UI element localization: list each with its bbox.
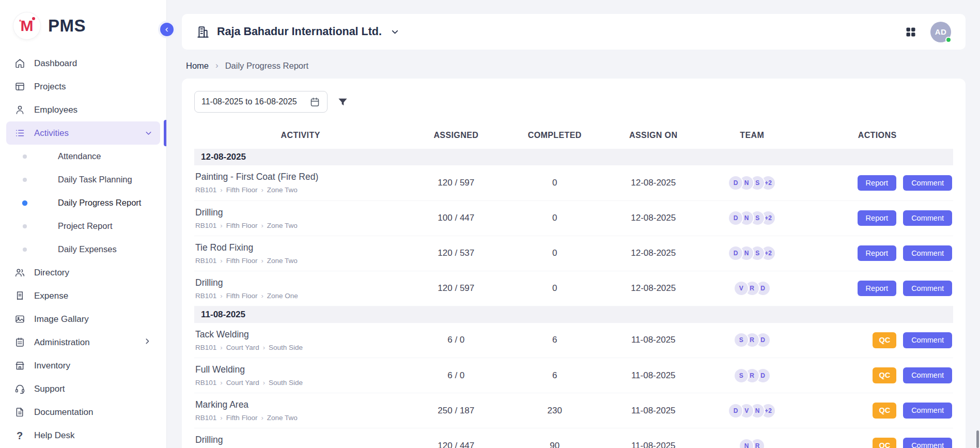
helpdesk-icon: ? bbox=[13, 429, 26, 442]
bullet-dot-icon bbox=[23, 155, 27, 159]
vertical-scrollbar-thumb[interactable] bbox=[976, 430, 979, 448]
activity-location-path: RB101›Fifth Floor›Zone Two bbox=[195, 222, 402, 229]
sidebar-item-label: Directory bbox=[34, 268, 153, 278]
report-button[interactable]: Report bbox=[858, 245, 897, 261]
chevron-right-icon: › bbox=[261, 292, 263, 300]
location-segment: RB101 bbox=[195, 222, 216, 229]
column-header-actions: ACTIONS bbox=[801, 123, 953, 149]
sidebar-subitem-attendance[interactable]: Attendance bbox=[0, 145, 166, 168]
location-segment: Zone Two bbox=[267, 414, 298, 422]
sidebar-subitem-daily-task-planning[interactable]: Daily Task Planning bbox=[0, 168, 166, 191]
team-avatars: NR bbox=[739, 438, 765, 448]
comment-button[interactable]: Comment bbox=[903, 367, 952, 383]
logo-link[interactable]: M PMS bbox=[0, 0, 166, 52]
top-header: Raja Bahadur International Ltd. AD bbox=[182, 14, 966, 50]
chevron-right-icon: › bbox=[261, 414, 263, 422]
sidebar-item-label: Image Gallary bbox=[34, 314, 153, 325]
sidebar-item-projects[interactable]: Projects bbox=[0, 75, 166, 98]
gallery-icon bbox=[13, 313, 26, 326]
sidebar-item-administration[interactable]: Administration bbox=[0, 331, 166, 354]
date-range-input[interactable]: 11-08-2025 to 16-08-2025 bbox=[194, 91, 328, 113]
comment-button[interactable]: Comment bbox=[903, 403, 952, 419]
sidebar-subitem-project-report[interactable]: Project Report bbox=[0, 214, 166, 238]
location-segment: Zone Two bbox=[267, 186, 298, 194]
chevron-right-icon bbox=[144, 338, 153, 347]
completed-value: 230 bbox=[505, 393, 604, 428]
qc-button[interactable]: QC bbox=[873, 403, 896, 419]
chevron-right-icon: › bbox=[261, 222, 263, 229]
sidebar-item-employees[interactable]: Employees bbox=[0, 98, 166, 121]
row-actions: QCComment bbox=[801, 367, 952, 383]
sidebar-subitem-label: Daily Progress Report bbox=[58, 198, 141, 208]
table-body: 12-08-2025Painting - First Coat (Fire Re… bbox=[194, 149, 953, 448]
online-status-dot bbox=[945, 37, 952, 43]
sidebar-subitem-daily-progress-report[interactable]: Daily Progress Report bbox=[0, 191, 166, 214]
comment-button[interactable]: Comment bbox=[903, 438, 952, 448]
comment-button[interactable]: Comment bbox=[903, 245, 952, 261]
report-button[interactable]: Report bbox=[858, 210, 897, 226]
column-header-assigned: ASSIGNED bbox=[407, 123, 505, 149]
activity-row: Full WeldingRB101›Court Yard›South Side6… bbox=[194, 358, 953, 393]
breadcrumb-home[interactable]: Home bbox=[186, 61, 209, 71]
sidebar-item-image-gallary[interactable]: Image Gallary bbox=[0, 307, 166, 331]
sidebar-item-directory[interactable]: Directory bbox=[0, 261, 166, 284]
location-segment: Zone Two bbox=[267, 222, 298, 229]
qc-button[interactable]: QC bbox=[873, 367, 896, 383]
location-segment: RB101 bbox=[195, 257, 216, 265]
company-selector[interactable]: Raja Bahadur International Ltd. bbox=[196, 25, 400, 39]
completed-value: 90 bbox=[505, 428, 604, 448]
date-range-value: 11-08-2025 to 16-08-2025 bbox=[201, 97, 297, 106]
completed-value: 0 bbox=[505, 271, 604, 306]
date-group-label: 12-08-2025 bbox=[194, 149, 953, 165]
date-group-row: 11-08-2025 bbox=[194, 306, 953, 323]
activity-location-path: RB101›Fifth Floor›Zone Two bbox=[195, 257, 402, 265]
sidebar-item-help-desk[interactable]: ?Help Desk bbox=[0, 424, 166, 447]
completed-value: 6 bbox=[505, 358, 604, 393]
sidebar-collapse-button[interactable]: ‹ bbox=[158, 21, 176, 38]
avatar-initials: AD bbox=[935, 27, 947, 36]
bullet-dot-icon bbox=[23, 248, 27, 252]
activity-title: Full Welding bbox=[195, 364, 402, 375]
date-group-row: 12-08-2025 bbox=[194, 149, 953, 165]
column-header-team: TEAM bbox=[703, 123, 801, 149]
activity-title: Drilling bbox=[195, 277, 402, 288]
comment-button[interactable]: Comment bbox=[903, 281, 952, 297]
qc-button[interactable]: QC bbox=[873, 332, 896, 348]
sidebar-item-activities[interactable]: Activities bbox=[6, 121, 160, 145]
activity-row: Tack WeldingRB101›Court Yard›South Side6… bbox=[194, 323, 953, 358]
location-segment: Fifth Floor bbox=[226, 186, 258, 194]
comment-button[interactable]: Comment bbox=[903, 332, 952, 348]
user-avatar[interactable]: AD bbox=[930, 22, 951, 42]
activity-location-path: RB101›Fifth Floor›Zone Two bbox=[195, 186, 402, 194]
assigned-value: 6 / 0 bbox=[407, 323, 505, 358]
chevron-right-icon: › bbox=[261, 186, 263, 194]
sidebar-item-expense[interactable]: Expense bbox=[0, 284, 166, 307]
sidebar-item-documentation[interactable]: Documentation bbox=[0, 400, 166, 424]
chevron-left-icon: ‹ bbox=[165, 24, 168, 34]
activity-row: Marking AreaRB101›Fifth Floor›Zone Two25… bbox=[194, 393, 953, 428]
chevron-right-icon: › bbox=[220, 379, 222, 387]
team-avatars: DNS+2 bbox=[728, 175, 776, 191]
report-button[interactable]: Report bbox=[858, 175, 897, 191]
comment-button[interactable]: Comment bbox=[903, 210, 952, 226]
company-name: Raja Bahadur International Ltd. bbox=[217, 25, 382, 38]
column-header-assign-on: ASSIGN ON bbox=[604, 123, 703, 149]
logo-letter: M bbox=[21, 18, 34, 34]
report-button[interactable]: Report bbox=[858, 281, 897, 297]
apps-grid-icon[interactable] bbox=[905, 26, 917, 38]
chevron-right-icon: › bbox=[220, 186, 222, 194]
completed-value: 0 bbox=[505, 200, 604, 236]
qc-button[interactable]: QC bbox=[873, 438, 896, 448]
comment-button[interactable]: Comment bbox=[903, 175, 952, 191]
team-avatars: VRD bbox=[734, 281, 771, 296]
chevron-right-icon: › bbox=[215, 60, 219, 71]
filter-icon[interactable] bbox=[337, 96, 349, 108]
sidebar-item-support[interactable]: Support bbox=[0, 377, 166, 400]
activity-row: DrillingRB101›Fifth Floor›Zone One120 / … bbox=[194, 271, 953, 306]
sidebar-subitem-daily-expenses[interactable]: Daily Expenses bbox=[0, 238, 166, 261]
activity-location-path: RB101›Court Yard›South Side bbox=[195, 344, 402, 351]
sidebar-item-inventory[interactable]: Inventory bbox=[0, 354, 166, 377]
chevron-right-icon: › bbox=[220, 414, 222, 422]
bullet-dot-icon bbox=[23, 224, 27, 228]
sidebar-item-dashboard[interactable]: Dashboard bbox=[0, 52, 166, 75]
